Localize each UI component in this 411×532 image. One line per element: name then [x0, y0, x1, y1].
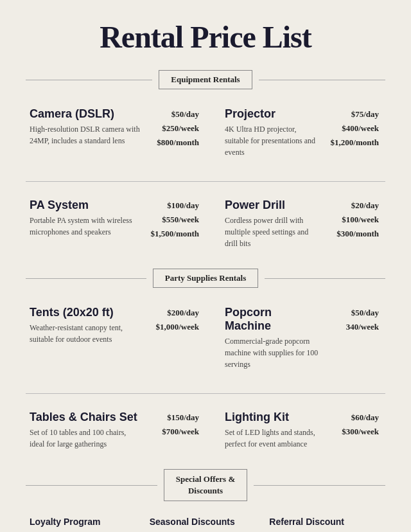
tables-row: Tables & Chairs Set Set of 10 tables and… — [30, 411, 199, 454]
camera-prices: $50/day $250/week $800/month — [141, 107, 199, 150]
lighting-prices: $60/day $300/week — [321, 411, 379, 439]
referral-cell: Referral Discount Refer a friend, get 1 … — [265, 513, 385, 532]
tents-prices: $200/day $1,000/week — [141, 306, 199, 334]
party-header-line-left — [26, 278, 146, 279]
party-row-1: Tents (20x20 ft) Weather-resistant canop… — [26, 299, 385, 383]
party-section: Party Supplies Rentals Tents (20x20 ft) … — [26, 269, 385, 463]
tents-desc: Weather-resistant canopy tent, suitable … — [30, 322, 141, 345]
special-section: Special Offers &Discounts Loyalty Progra… — [26, 469, 385, 532]
referral-name: Referral Discount — [269, 517, 379, 527]
tables-prices: $150/day $700/week — [141, 411, 199, 439]
projector-name: Projector — [225, 107, 321, 121]
lighting-row: Lighting Kit Set of LED lights and stand… — [225, 411, 379, 454]
equipment-section-header: Equipment Rentals — [26, 70, 385, 89]
projector-prices: $75/day $400/week $1,200/month — [321, 107, 379, 150]
projector-price-1: $400/week — [321, 121, 379, 136]
page: Rental Price List Equipment Rentals Came… — [6, 0, 405, 532]
projector-price-2: $1,200/month — [321, 136, 379, 150]
special-header-line-right — [254, 485, 385, 486]
tables-price-1: $700/week — [141, 425, 199, 439]
party-row-2: Tables & Chairs Set Set of 10 tables and… — [26, 404, 385, 463]
tents-row: Tents (20x20 ft) Weather-resistant canop… — [30, 306, 199, 349]
loyalty-name: Loyalty Program — [30, 517, 139, 527]
party-section-header: Party Supplies Rentals — [26, 269, 385, 288]
equipment-section: Equipment Rentals Camera (DSLR) High-res… — [26, 70, 385, 262]
camera-row: Camera (DSLR) High-resolution DSLR camer… — [30, 107, 199, 150]
popcorn-row: Popcorn Machine Commercial-grade popcorn… — [225, 306, 379, 374]
pa-name: PA System — [30, 199, 141, 212]
camera-cell: Camera (DSLR) High-resolution DSLR camer… — [26, 101, 206, 171]
equipment-section-label: Equipment Rentals — [159, 70, 252, 89]
party-divider — [26, 393, 385, 394]
lighting-price-1: $300/week — [321, 425, 379, 439]
projector-cell: Projector 4K Ultra HD projector, suitabl… — [206, 101, 385, 171]
loyalty-cell: Loyalty Program Earn rental points, rede… — [26, 513, 146, 532]
popcorn-desc: Commercial-grade popcorn machine with su… — [225, 335, 321, 370]
projector-desc: 4K Ultra HD projector, suitable for pres… — [225, 123, 321, 158]
tents-price-1: $1,000/week — [141, 320, 199, 334]
camera-info: Camera (DSLR) High-resolution DSLR camer… — [30, 107, 141, 150]
projector-info: Projector 4K Ultra HD projector, suitabl… — [225, 107, 321, 162]
pa-price-1: $550/week — [141, 213, 199, 227]
header-line-left — [26, 80, 152, 80]
pa-price-0: $100/day — [141, 199, 199, 213]
equipment-row-1: Camera (DSLR) High-resolution DSLR camer… — [26, 101, 385, 171]
tents-name: Tents (20x20 ft) — [30, 306, 141, 319]
pa-price-2: $1,500/month — [141, 227, 199, 241]
special-section-header: Special Offers &Discounts — [26, 469, 385, 501]
popcorn-price-0: $50/day — [321, 306, 379, 320]
projector-price-0: $75/day — [321, 107, 379, 121]
pa-info: PA System Portable PA system with wirele… — [30, 199, 141, 242]
tables-info: Tables & Chairs Set Set of 10 tables and… — [30, 411, 141, 454]
tents-cell: Tents (20x20 ft) Weather-resistant canop… — [26, 299, 206, 383]
camera-price-0: $50/day — [141, 107, 199, 121]
pa-desc: Portable PA system with wireless microph… — [30, 215, 141, 238]
lighting-name: Lighting Kit — [225, 411, 321, 424]
popcorn-price-1: 340/week — [321, 320, 379, 334]
party-header-line-right — [265, 278, 385, 279]
drill-name: Power Drill — [225, 199, 321, 212]
lighting-price-0: $60/day — [321, 411, 379, 425]
tables-price-0: $150/day — [141, 411, 199, 425]
page-title: Rental Price List — [26, 19, 385, 55]
projector-row: Projector 4K Ultra HD projector, suitabl… — [225, 107, 379, 162]
pa-cell: PA System Portable PA system with wirele… — [26, 192, 206, 262]
drill-price-0: $20/day — [321, 199, 379, 213]
drill-row: Power Drill Cordless power drill with mu… — [225, 199, 379, 253]
equipment-divider — [26, 181, 385, 182]
lighting-desc: Set of LED lights and stands, perfect fo… — [225, 427, 321, 450]
special-section-label: Special Offers &Discounts — [164, 469, 247, 501]
popcorn-info: Popcorn Machine Commercial-grade popcorn… — [225, 306, 321, 374]
popcorn-cell: Popcorn Machine Commercial-grade popcorn… — [206, 299, 385, 383]
lighting-info: Lighting Kit Set of LED lights and stand… — [225, 411, 321, 454]
drill-price-1: $100/week — [321, 213, 379, 227]
tables-desc: Set of 10 tables and 100 chairs, ideal f… — [30, 427, 141, 450]
tents-price-0: $200/day — [141, 306, 199, 320]
tables-name: Tables & Chairs Set — [30, 411, 141, 424]
popcorn-prices: $50/day 340/week — [321, 306, 379, 334]
lighting-cell: Lighting Kit Set of LED lights and stand… — [206, 404, 385, 463]
pa-prices: $100/day $550/week $1,500/month — [141, 199, 199, 241]
drill-cell: Power Drill Cordless power drill with mu… — [206, 192, 385, 262]
popcorn-name: Popcorn Machine — [225, 306, 321, 333]
camera-name: Camera (DSLR) — [30, 107, 141, 121]
party-section-label: Party Supplies Rentals — [153, 269, 258, 288]
camera-desc: High-resolution DSLR camera with 24MP, i… — [30, 123, 141, 146]
equipment-row-2: PA System Portable PA system with wirele… — [26, 192, 385, 262]
header-line-right — [259, 80, 385, 80]
camera-price-2: $800/month — [141, 136, 199, 150]
drill-info: Power Drill Cordless power drill with mu… — [225, 199, 321, 253]
camera-price-1: $250/week — [141, 121, 199, 136]
seasonal-cell: Seasonal Discounts Up to 20% off selecte… — [146, 513, 266, 532]
special-grid: Loyalty Program Earn rental points, rede… — [26, 513, 385, 532]
tents-info: Tents (20x20 ft) Weather-resistant canop… — [30, 306, 141, 349]
special-header-line-left — [26, 485, 157, 486]
drill-prices: $20/day $100/week $300/month — [321, 199, 379, 241]
tables-cell: Tables & Chairs Set Set of 10 tables and… — [26, 404, 206, 463]
seasonal-name: Seasonal Discounts — [150, 517, 259, 527]
drill-desc: Cordless power drill with multiple speed… — [225, 215, 321, 249]
pa-row: PA System Portable PA system with wirele… — [30, 199, 199, 242]
drill-price-2: $300/month — [321, 227, 379, 241]
